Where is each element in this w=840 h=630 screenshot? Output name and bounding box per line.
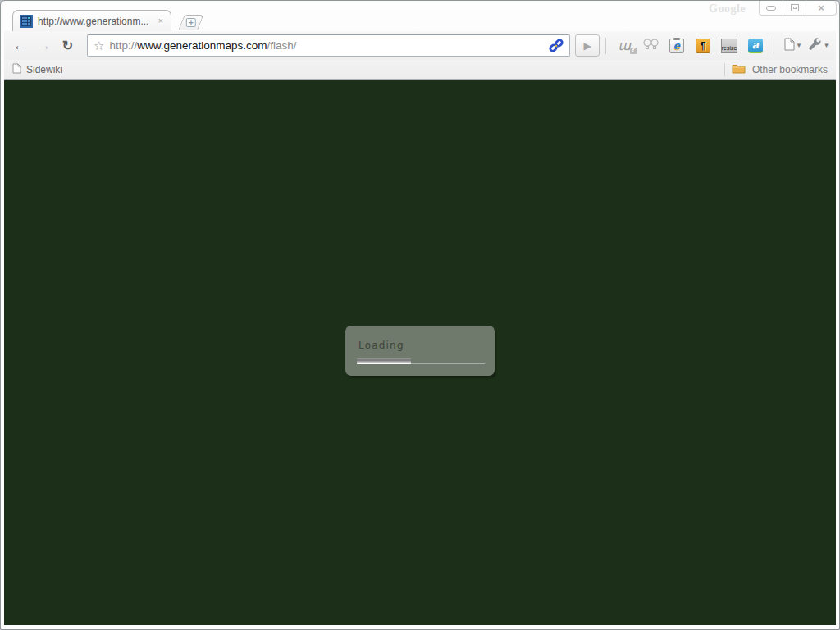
extension-squiggle-button[interactable]: ɯ? [612,34,637,57]
google-watermark: Google [709,2,746,16]
extension-aviary-button[interactable]: a [743,34,768,57]
minimize-button[interactable] [760,1,783,15]
new-tab-button[interactable]: + [178,15,203,30]
tab-favicon-grid-icon [20,15,33,28]
tab-close-icon[interactable]: × [158,16,164,25]
back-icon: ← [13,38,27,54]
loading-label: Loading [358,340,495,351]
progress-bar [357,358,485,364]
maximize-button[interactable] [783,1,806,15]
go-button[interactable]: ▶ [575,34,600,57]
close-button[interactable]: × [806,1,836,15]
letter-a-icon: a [748,39,763,53]
extension-ie-tab-button[interactable]: e [664,34,689,57]
chevron-down-icon: ▾ [824,42,829,49]
squiggle-question-icon: ɯ? [618,39,631,52]
back-button[interactable]: ← [9,34,31,57]
address-bar[interactable]: ☆ http://www.generationmaps.com/flash/ [87,34,570,57]
url-host: www.generationmaps.com [137,39,267,52]
bookmark-label: Sidewiki [26,64,62,75]
toolbar-separator [605,38,606,54]
bookmarks-bar: Sidewiki Other bookmarks [4,60,836,80]
extension-lightbulbs-button[interactable] [638,34,663,57]
extension-pilcrow-button[interactable]: ¶ [691,34,715,57]
reload-button[interactable]: ↻ [57,34,79,57]
page-menu-button[interactable]: ▾ [780,34,805,57]
other-bookmarks-label: Other bookmarks [752,64,828,75]
bookmarks-separator [724,63,725,76]
progress-fill [357,358,411,364]
flash-loading-dialog: Loading [345,326,495,376]
page-icon [784,38,795,54]
toolbar: ← → ↻ ☆ http://www.generationmaps.com/fl… [4,31,836,60]
other-bookmarks[interactable]: Other bookmarks [724,63,828,76]
link-chain-icon [549,39,564,53]
wrench-icon [809,38,822,54]
forward-icon: → [37,38,51,54]
chevron-down-icon: ▾ [797,42,801,49]
browser-window: http://www.generationm... × + Google × ←… [0,0,840,630]
bookmark-star-icon[interactable]: ☆ [94,39,104,52]
wrench-menu-button[interactable]: ▾ [806,34,831,57]
tab-title: http://www.generationm... [38,16,153,27]
active-tab[interactable]: http://www.generationm... × [12,10,171,31]
window-controls: × [759,1,837,16]
ie-clipboard-icon: e [669,39,684,53]
new-tab-plus-icon: + [186,18,196,27]
minimize-icon [766,6,776,11]
close-icon: × [818,2,824,13]
bookmark-sidewiki[interactable]: Sidewiki [12,63,62,76]
url-scheme: http:// [109,39,137,52]
forward-button[interactable]: → [33,34,55,57]
reload-icon: ↻ [62,38,73,53]
url-text: http://www.generationmaps.com/flash/ [109,39,296,52]
go-icon: ▶ [583,40,591,52]
folder-icon [732,63,746,76]
lightbulbs-icon [643,38,659,54]
pilcrow-icon: ¶ [696,39,710,53]
url-path: /flash/ [267,39,297,52]
toolbar-separator [774,38,774,54]
tab-strip: http://www.generationm... × + Google × [4,1,836,31]
maximize-icon [791,4,799,11]
extension-window-resizer-button[interactable]: resize [717,34,742,57]
page-content: Loading [4,80,836,625]
resize-icon: resize [721,39,737,53]
page-icon [12,63,21,76]
